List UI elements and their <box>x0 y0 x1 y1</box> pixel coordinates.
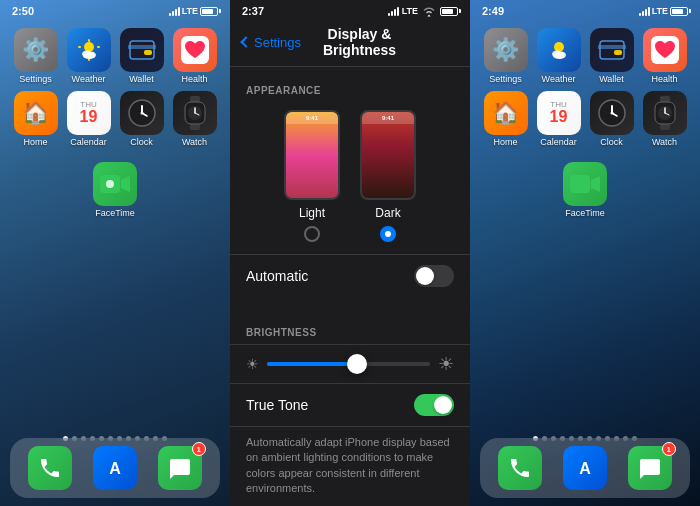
right-app-weather[interactable]: Weather <box>535 28 582 85</box>
right-calendar-date: 19 <box>550 109 568 125</box>
light-mockup: 9:41 <box>284 110 340 200</box>
back-label: Settings <box>254 35 301 50</box>
center-status-icons: LTE <box>388 6 458 17</box>
right-status-bar: 2:49 LTE <box>470 0 700 22</box>
facetime-label: FaceTime <box>95 209 135 219</box>
automatic-toggle[interactable] <box>414 265 454 287</box>
settings-label: Settings <box>19 75 52 85</box>
calendar-date-label: 19 <box>80 109 98 125</box>
description-box: Automatically adapt iPhone display based… <box>230 426 470 505</box>
svg-rect-39 <box>660 124 670 130</box>
left-app-clock[interactable]: Clock <box>118 91 165 148</box>
brightness-thumb[interactable] <box>347 354 367 374</box>
svg-marker-23 <box>121 176 130 192</box>
right-weather-label: Weather <box>542 75 576 85</box>
right-watch-label: Watch <box>652 138 677 148</box>
right-app-wallet[interactable]: Wallet <box>588 28 635 85</box>
brightness-slider[interactable] <box>267 362 430 366</box>
settings-icon: ⚙️ <box>14 28 58 72</box>
left-time: 2:50 <box>12 5 34 17</box>
left-app-watch[interactable]: Watch <box>171 91 218 148</box>
truetone-toggle[interactable] <box>414 394 454 416</box>
right-app-clock[interactable]: Clock <box>588 91 635 148</box>
dark-option[interactable]: 9:41 Dark <box>360 110 416 242</box>
right-app-health[interactable]: Health <box>641 28 688 85</box>
left-dock-phone[interactable] <box>28 446 72 490</box>
left-dock-messages[interactable]: 1 <box>158 446 202 490</box>
svg-point-7 <box>83 53 95 59</box>
right-facetime-row: FaceTime <box>470 154 700 219</box>
svg-text:A: A <box>579 460 591 477</box>
weather-label: Weather <box>72 75 106 85</box>
sun-small-icon: ☀ <box>246 356 259 372</box>
svg-point-0 <box>84 42 94 52</box>
svg-point-37 <box>610 111 613 114</box>
health-label: Health <box>181 75 207 85</box>
right-app-calendar[interactable]: Thu 19 Calendar <box>535 91 582 148</box>
left-app-home[interactable]: 🏠 Home <box>12 91 59 148</box>
brightness-row: ☀ ☀ <box>230 344 470 383</box>
center-battery <box>440 7 458 16</box>
dark-radio[interactable] <box>380 226 396 242</box>
truetone-row: True Tone <box>230 383 470 426</box>
dark-mockup-topbar: 9:41 <box>362 112 414 124</box>
right-dock-messages[interactable]: 1 <box>628 446 672 490</box>
right-health-icon <box>643 28 687 72</box>
dark-mockup: 9:41 <box>360 110 416 200</box>
left-app-calendar[interactable]: Thu 19 Calendar <box>65 91 112 148</box>
right-battery-icon <box>670 7 688 16</box>
right-dock-phone[interactable] <box>498 446 542 490</box>
light-mockup-time: 9:41 <box>306 115 318 121</box>
right-phone-panel: 2:49 LTE ⚙️ Settings Weather Wallet <box>470 0 700 506</box>
svg-point-26 <box>554 42 564 52</box>
clock-icon <box>120 91 164 135</box>
left-app-health[interactable]: Health <box>171 28 218 85</box>
right-status-icons: LTE <box>639 6 688 16</box>
brightness-slider-row: ☀ ☀ <box>246 353 454 375</box>
weather-icon <box>67 28 111 72</box>
left-facetime-row: FaceTime <box>0 154 230 219</box>
right-app-watch[interactable]: Watch <box>641 91 688 148</box>
svg-rect-31 <box>598 45 626 49</box>
left-app-facetime[interactable]: FaceTime <box>12 162 218 219</box>
svg-rect-4 <box>97 46 100 48</box>
sun-large-icon: ☀ <box>438 353 454 375</box>
left-dock: A 1 <box>10 438 220 498</box>
back-button[interactable]: Settings <box>242 35 301 50</box>
right-app-facetime[interactable]: FaceTime <box>482 162 688 219</box>
right-calendar-icon: Thu 19 <box>537 91 581 135</box>
right-app-settings[interactable]: ⚙️ Settings <box>482 28 529 85</box>
home-icon: 🏠 <box>14 91 58 135</box>
center-wifi-icon <box>421 6 437 17</box>
right-time: 2:49 <box>482 5 504 17</box>
right-watch-icon <box>643 91 687 135</box>
right-home-label: Home <box>493 138 517 148</box>
light-mockup-topbar: 9:41 <box>286 112 338 124</box>
wallet-label: Wallet <box>129 75 154 85</box>
light-radio[interactable] <box>304 226 320 242</box>
svg-rect-32 <box>614 50 622 55</box>
right-signal-icon <box>639 7 650 16</box>
right-home-icon: 🏠 <box>484 91 528 135</box>
messages-badge: 1 <box>192 442 206 456</box>
right-dock-appstore[interactable]: A <box>563 446 607 490</box>
light-option[interactable]: 9:41 Light <box>284 110 340 242</box>
automatic-row: Automatic <box>230 254 470 297</box>
svg-rect-17 <box>190 124 200 130</box>
right-wallet-label: Wallet <box>599 75 624 85</box>
svg-rect-3 <box>78 46 81 48</box>
calendar-label: Calendar <box>70 138 107 148</box>
truetone-toggle-knob <box>434 396 452 414</box>
right-wallet-icon <box>590 28 634 72</box>
brightness-fill <box>267 362 357 366</box>
center-nav: Settings Display & Brightness <box>230 22 470 67</box>
clock-label: Clock <box>130 138 153 148</box>
right-app-home[interactable]: 🏠 Home <box>482 91 529 148</box>
left-app-settings[interactable]: ⚙️ Settings <box>12 28 59 85</box>
left-dock-appstore[interactable]: A <box>93 446 137 490</box>
left-app-weather[interactable]: Weather <box>65 28 112 85</box>
left-app-wallet[interactable]: Wallet <box>118 28 165 85</box>
left-status-icons: LTE <box>169 6 218 16</box>
svg-rect-1 <box>88 39 90 42</box>
svg-rect-8 <box>130 41 154 59</box>
